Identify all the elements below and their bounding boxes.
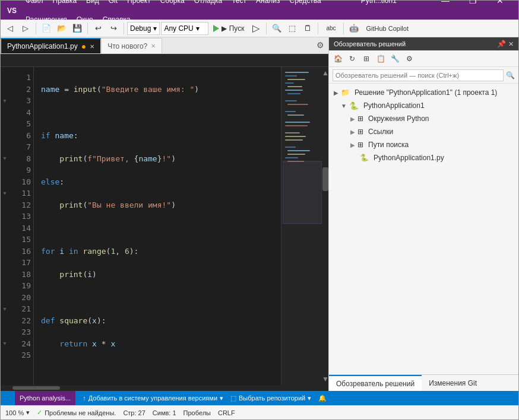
tree-project-node[interactable]: ▼ 🐍 PythonApplication1 (329, 99, 518, 112)
pick-repo-button[interactable]: ⬚ Выбрать репозиторий ▾ (230, 394, 311, 402)
window-title: Pyth...tion1 (361, 0, 397, 5)
tree-search-paths[interactable]: ▶ ⊞ Пути поиска (329, 138, 518, 151)
sep3 (124, 23, 124, 34)
zoom-control[interactable]: 100 % ▾ (5, 409, 30, 416)
menu-file[interactable]: Файл (21, 0, 48, 10)
project-icon: 🐍 (349, 101, 359, 110)
tab-close-icon[interactable]: ✕ (90, 43, 94, 50)
ok-checkmark-icon: ✓ (37, 409, 42, 416)
spaces-info: Пробелы (183, 409, 211, 416)
se-solution-button[interactable]: 🏠 (331, 52, 344, 65)
gutter-12 (1, 199, 10, 211)
search-button[interactable]: 🔍 (270, 21, 284, 36)
svg-rect-14 (285, 125, 308, 126)
gutter-18 (1, 269, 10, 281)
se-show-files-button[interactable]: 📋 (374, 52, 387, 65)
scroll-thumb[interactable] (322, 167, 328, 191)
solution-label: Решение "PythonApplication1" (1 проекта … (355, 88, 497, 97)
fold-3[interactable]: ▼ (1, 95, 9, 107)
minimap[interactable] (281, 67, 322, 385)
add-to-vcs-button[interactable]: ↑ Добавить в систему управления версиями… (83, 394, 223, 402)
gutter-7 (1, 141, 10, 153)
step-over-button[interactable]: ▷ (249, 21, 263, 36)
fold-11[interactable]: ▼ (1, 187, 9, 199)
env-expand-icon: ▶ (350, 116, 355, 122)
h-scroll-thumb[interactable] (12, 386, 60, 390)
encoding-info: CRLF (218, 409, 235, 416)
back-button[interactable]: ◁ (3, 21, 17, 36)
code-editor[interactable]: name = input("Введите ваше имя: ") if na… (34, 67, 281, 385)
svg-rect-11 (285, 111, 296, 112)
tree-references[interactable]: ▶ ⊞ Ссылки (329, 125, 518, 138)
svg-rect-16 (285, 136, 306, 137)
menu-git[interactable]: Git (104, 0, 122, 10)
menu-tools[interactable]: Средства (285, 0, 326, 10)
vertical-scrollbar[interactable]: ▲ ▼ (322, 67, 328, 385)
debug-config-dropdown[interactable]: Debug ▾ (127, 22, 160, 35)
se-bottom-bar: Обозреватель решений Изменения Git (329, 374, 518, 391)
tree-python-environments[interactable]: ▶ ⊞ Окружения Python (329, 112, 518, 125)
refs-expand-icon: ▶ (350, 129, 355, 135)
comment-button[interactable]: 🗒 (300, 21, 315, 36)
menu-analyze[interactable]: Анализ (251, 0, 285, 10)
redo-button[interactable]: ↪ (106, 21, 121, 36)
status-bar: Python analysis... ↑ Добавить в систему … (1, 391, 518, 405)
panel-pin-button[interactable]: 📌 (497, 40, 506, 48)
open-button[interactable]: 📂 (55, 21, 69, 36)
menu-view[interactable]: Вид (81, 0, 104, 10)
tree-python-file[interactable]: 🐍 PythonApplication1.py (329, 151, 518, 164)
menu-test[interactable]: Тест (227, 0, 251, 10)
line-numbers: 1 2 3 4 5 6 7 8 9 10 11 12 13 14 15 16 1 (10, 67, 34, 385)
panel-close-button[interactable]: ✕ (508, 40, 514, 48)
se-tab-git-changes[interactable]: Изменения Git (422, 375, 484, 392)
svg-rect-10 (287, 104, 308, 105)
fold-24[interactable]: ▼ (1, 338, 9, 350)
col-info: Симв: 1 (153, 409, 176, 416)
fold-8[interactable]: ▼ (1, 153, 9, 165)
search-icon[interactable]: 🔍 (506, 71, 515, 79)
save-all-button[interactable]: 💾 (70, 21, 84, 36)
tab-whats-new-close[interactable]: ✕ (151, 43, 156, 49)
run-button[interactable]: ▶ Пуск (210, 21, 248, 36)
fold-21[interactable]: ▼ (1, 303, 9, 315)
new-file-button[interactable]: 📄 (39, 21, 53, 36)
paths-icon: ⊞ (357, 141, 363, 149)
undo-button[interactable]: ↩ (91, 21, 105, 36)
horizontal-scrollbar[interactable] (1, 385, 328, 391)
bookmark-button[interactable]: ⬚ (285, 21, 299, 36)
gutter-15 (1, 234, 10, 246)
solution-search-input[interactable] (333, 69, 504, 81)
sep5 (318, 23, 318, 34)
py-file-icon: 🐍 (360, 154, 369, 162)
se-props-button[interactable]: ⚙ (403, 52, 416, 65)
tab-whats-new[interactable]: Что нового? ✕ (101, 38, 162, 53)
menu-build[interactable]: Сборка (156, 0, 189, 10)
github-copilot-label[interactable]: GitHub Copilot (362, 25, 412, 32)
platform-dropdown[interactable]: Any CPU ▾ (161, 22, 208, 35)
py-file-label: PythonApplication1.py (374, 154, 444, 162)
tree-solution-node[interactable]: ▶ 📁 Решение "PythonApplication1" (1 прое… (329, 86, 518, 99)
se-refresh-button[interactable]: ↻ (346, 52, 359, 65)
menu-project[interactable]: Проект (122, 0, 156, 10)
scroll-up-button[interactable]: ▲ (322, 67, 328, 79)
close-button[interactable]: ✕ (486, 0, 514, 10)
restore-button[interactable]: ❐ (459, 0, 486, 10)
github-copilot-icon[interactable]: 🤖 (347, 21, 361, 36)
svg-rect-8 (287, 93, 300, 94)
se-tab-solution-explorer[interactable]: Обозреватель решений (329, 375, 422, 392)
abc-button[interactable]: abc (321, 21, 340, 36)
menu-edit[interactable]: Правка (48, 0, 82, 10)
scroll-down-button[interactable]: ▼ (322, 373, 328, 385)
editor-settings-button[interactable]: ⚙ (312, 37, 328, 53)
forward-button[interactable]: ▷ (18, 21, 33, 36)
minimize-button[interactable]: — (432, 0, 459, 10)
tab-python-file[interactable]: PythonApplication1.py ● ✕ (1, 38, 101, 53)
se-filter-button[interactable]: 🔧 (388, 52, 401, 65)
minimap-svg (283, 69, 322, 307)
bell-icon[interactable]: 🔔 (318, 394, 327, 402)
menu-debug[interactable]: Отладка (189, 0, 227, 10)
se-collapse-button[interactable]: ⊞ (360, 52, 373, 65)
python-analysis-status: Python analysis... (15, 391, 75, 405)
env-label: Окружения Python (368, 114, 429, 123)
gutter-23 (1, 326, 10, 338)
